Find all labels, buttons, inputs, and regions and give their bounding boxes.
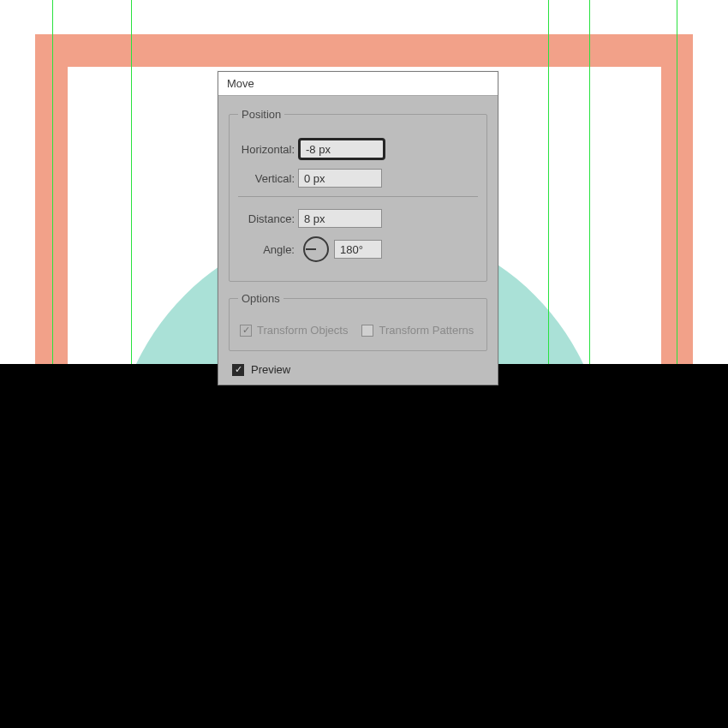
- cropped-black-area: [0, 364, 728, 728]
- ruler-guide[interactable]: [52, 0, 53, 364]
- position-legend: Position: [238, 108, 284, 121]
- horizontal-input[interactable]: [298, 138, 385, 160]
- ruler-guide[interactable]: [677, 0, 677, 364]
- vertical-input[interactable]: [298, 169, 382, 188]
- distance-row: Distance:: [238, 209, 478, 228]
- dialog-title[interactable]: Move: [218, 72, 498, 96]
- angle-label: Angle:: [238, 243, 298, 256]
- horizontal-row: Horizontal:: [238, 138, 478, 160]
- transform-patterns-label: Transform Patterns: [379, 324, 474, 337]
- position-divider: [238, 196, 478, 197]
- options-group: Options Transform Objects Transform Patt…: [229, 292, 487, 351]
- transform-patterns-checkbox: Transform Patterns: [361, 324, 474, 337]
- checkbox-icon: [361, 325, 373, 337]
- move-dialog: Move Position Horizontal: Vertical: Dist…: [218, 71, 498, 385]
- ruler-guide[interactable]: [548, 0, 549, 364]
- ruler-guide[interactable]: [131, 0, 132, 364]
- angle-input[interactable]: [334, 240, 382, 259]
- angle-dial-hand: [306, 248, 316, 250]
- angle-dial-icon[interactable]: [303, 236, 329, 262]
- position-group: Position Horizontal: Vertical: Distance:…: [229, 108, 487, 282]
- options-legend: Options: [238, 292, 283, 305]
- vertical-label: Vertical:: [238, 172, 298, 185]
- transform-objects-label: Transform Objects: [257, 324, 348, 337]
- preview-checkbox[interactable]: ✓ Preview: [229, 361, 487, 378]
- distance-label: Distance:: [238, 212, 298, 225]
- vertical-row: Vertical:: [238, 169, 478, 188]
- horizontal-label: Horizontal:: [238, 143, 298, 156]
- checkbox-icon: [240, 325, 252, 337]
- distance-input[interactable]: [298, 209, 382, 228]
- checkbox-icon: ✓: [232, 364, 244, 376]
- ruler-guide[interactable]: [589, 0, 590, 364]
- dialog-body: Position Horizontal: Vertical: Distance:…: [218, 96, 498, 385]
- transform-objects-checkbox: Transform Objects: [240, 324, 348, 337]
- angle-row: Angle:: [238, 236, 478, 262]
- preview-label: Preview: [251, 363, 290, 376]
